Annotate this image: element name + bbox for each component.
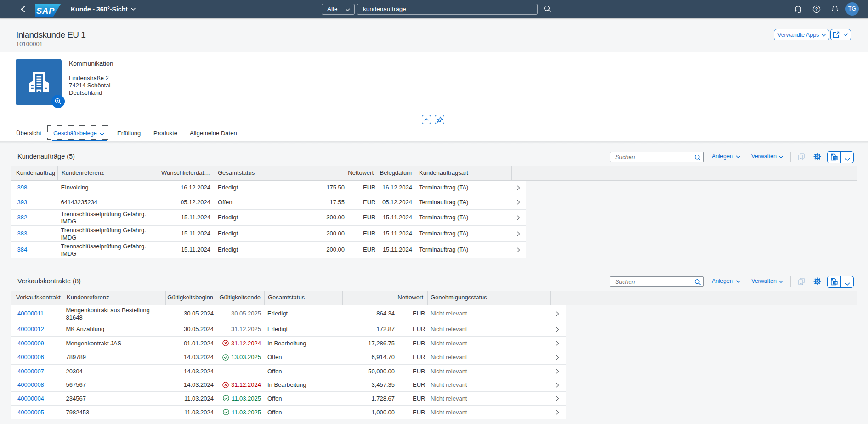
svg-text:?: ? [815, 6, 818, 12]
svg-text:SAP: SAP [36, 6, 55, 16]
